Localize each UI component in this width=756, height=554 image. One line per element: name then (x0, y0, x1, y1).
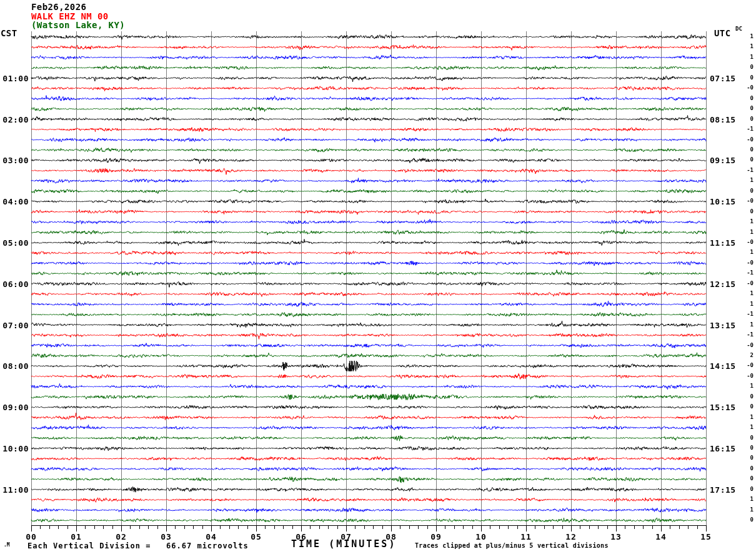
right-hour-label: 16:15 (710, 445, 736, 453)
x-tick-label: 12 (559, 533, 584, 541)
date-label: Feb26,2026 (31, 3, 86, 11)
x-tick-label: 01 (64, 533, 89, 541)
dc-value: 1 (735, 415, 754, 420)
x-tick-label: 02 (109, 533, 134, 541)
x-tick-label: 14 (649, 533, 674, 541)
dc-value: -0 (735, 239, 754, 245)
dc-value: 0 (735, 445, 754, 451)
dc-value: -0 (735, 85, 754, 91)
dc-value: 0 (735, 476, 754, 481)
dc-value: 0 (735, 188, 754, 194)
helicorder-canvas (0, 0, 756, 554)
clipping-note: Traces clipped at plus/minus 5 vertical … (415, 543, 609, 549)
dc-value: 0 (735, 116, 754, 122)
dc-value: 2 (735, 353, 754, 358)
x-tick-label: 11 (514, 533, 539, 541)
left-hour-label: 10:00 (0, 445, 29, 453)
dc-value: -0 (735, 281, 754, 286)
dc-value: 1 (735, 496, 754, 502)
x-tick-label: 10 (469, 533, 494, 541)
dc-value: -0 (735, 260, 754, 266)
right-hour-label: 12:15 (710, 280, 736, 288)
helicorder-page: Feb26,2026 WALK EHZ NM 00 (Watson Lake, … (0, 0, 756, 554)
left-hour-label: 05:00 (0, 239, 29, 247)
dc-value: 0 (735, 106, 754, 111)
right-hour-label: 11:15 (710, 239, 736, 247)
left-hour-label: 09:00 (0, 403, 29, 411)
right-timezone-label: UTC (714, 29, 731, 38)
left-hour-label: 06:00 (0, 280, 29, 288)
dc-value: 0 (735, 517, 754, 523)
vertical-division-note: Each Vertical Division = 66.67 microvolt… (27, 542, 249, 550)
x-tick-label: 05 (244, 533, 269, 541)
dc-value: 0 (735, 435, 754, 441)
left-hour-label: 07:00 (0, 321, 29, 330)
dc-value: 0 (735, 75, 754, 81)
dc-value: 0 (735, 147, 754, 153)
dc-value: -0 (735, 137, 754, 143)
left-hour-label: 01:00 (0, 74, 29, 83)
right-hour-label: 13:15 (710, 321, 736, 330)
right-hour-label: 14:15 (710, 362, 736, 370)
station-label: WALK EHZ NM 00 (31, 12, 109, 21)
left-hour-label: 08:00 (0, 362, 29, 370)
watermark-glyph: .M (4, 543, 10, 548)
x-tick-label: 13 (604, 533, 629, 541)
dc-column-header: DC (735, 26, 742, 32)
dc-value: 0 (735, 466, 754, 471)
left-timezone-label: CST (1, 29, 17, 38)
x-tick-label: 03 (154, 533, 179, 541)
dc-value: 1 (735, 301, 754, 307)
dc-value: -1 (735, 126, 754, 132)
dc-value: -0 (735, 198, 754, 204)
dc-value: 1 (735, 219, 754, 224)
x-axis-title: TIME (MINUTES) (291, 540, 396, 549)
dc-value: -0 (735, 373, 754, 379)
dc-value: 1 (735, 44, 754, 49)
x-tick-label: 00 (19, 533, 44, 541)
dc-value: 1 (735, 383, 754, 389)
right-hour-label: 15:15 (710, 403, 736, 411)
dc-value: 0 (735, 157, 754, 163)
right-hour-label: 08:15 (710, 116, 736, 124)
x-tick-label: 09 (424, 533, 449, 541)
dc-value: 1 (735, 322, 754, 328)
left-hour-label: 02:00 (0, 116, 29, 124)
right-hour-label: 07:15 (710, 74, 736, 83)
dc-value: 1 (735, 291, 754, 296)
right-hour-label: 17:15 (710, 486, 736, 494)
dc-value: 0 (735, 455, 754, 461)
dc-value: 1 (735, 507, 754, 513)
dc-value: -1 (735, 270, 754, 276)
dc-value: 1 (735, 229, 754, 235)
dc-value: 0 (735, 404, 754, 410)
dc-value: 1 (735, 34, 754, 39)
x-tick-label: 15 (694, 533, 719, 541)
dc-value: 0 (735, 209, 754, 214)
dc-value: 1 (735, 249, 754, 255)
dc-value: 1 (735, 425, 754, 430)
dc-value: 1 (735, 178, 754, 183)
left-hour-label: 03:00 (0, 156, 29, 164)
right-hour-label: 09:15 (710, 156, 736, 164)
dc-value: 0 (735, 394, 754, 400)
dc-value: 0 (735, 96, 754, 101)
dc-value: -1 (735, 332, 754, 338)
dc-value: 0 (735, 64, 754, 70)
dc-value: 0 (735, 486, 754, 492)
left-hour-label: 11:00 (0, 486, 29, 494)
dc-value: -1 (735, 311, 754, 317)
dc-value: 1 (735, 54, 754, 60)
x-tick-label: 04 (199, 533, 224, 541)
location-label: (Watson Lake, KY) (31, 21, 125, 29)
right-hour-label: 10:15 (710, 198, 736, 206)
dc-value: -0 (735, 363, 754, 368)
dc-value: -1 (735, 168, 754, 173)
dc-value: -0 (735, 343, 754, 348)
left-hour-label: 04:00 (0, 198, 29, 206)
